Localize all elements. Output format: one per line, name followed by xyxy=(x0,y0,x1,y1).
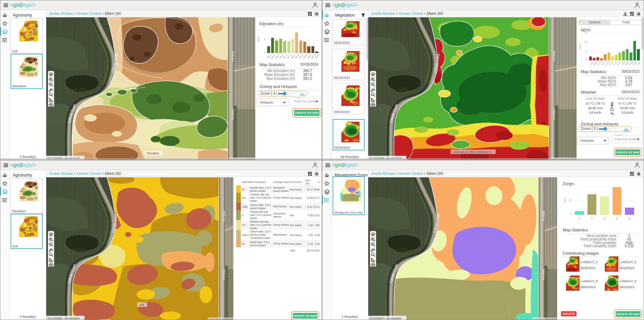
svg-text:560th Ave: 560th Ave xyxy=(223,211,225,222)
svg-text:560th Ave: 560th Ave xyxy=(553,109,555,120)
svg-text:ur une erreur cartographique: ur une erreur cartographique xyxy=(532,318,557,320)
svg-text:43.2154677, -94.4815899: 43.2154677, -94.4815899 xyxy=(369,317,402,320)
svg-text:ur une erreur cartographique: ur une erreur cartographique xyxy=(209,318,233,320)
svg-text:Soil: Soil xyxy=(139,303,144,307)
svg-text:560th Ave: 560th Ave xyxy=(542,211,545,222)
svg-text:560th Ave: 560th Ave xyxy=(232,51,234,62)
svg-text:560th Ave: 560th Ave xyxy=(223,269,225,280)
svg-text:560th Ave: 560th Ave xyxy=(553,51,555,62)
svg-text:560th Ave: 560th Ave xyxy=(232,109,234,120)
svg-text:560th Ave: 560th Ave xyxy=(542,269,545,280)
svg-text:Elevation: Elevation xyxy=(147,152,159,155)
svg-text:43.2130282, -94.4815684: 43.2130282, -94.4815684 xyxy=(47,317,80,320)
svg-text:LANDSAT_8 | NDVI | 09/03/2: LANDSAT_8 | NDVI | 09/03/2023 xyxy=(452,150,491,154)
